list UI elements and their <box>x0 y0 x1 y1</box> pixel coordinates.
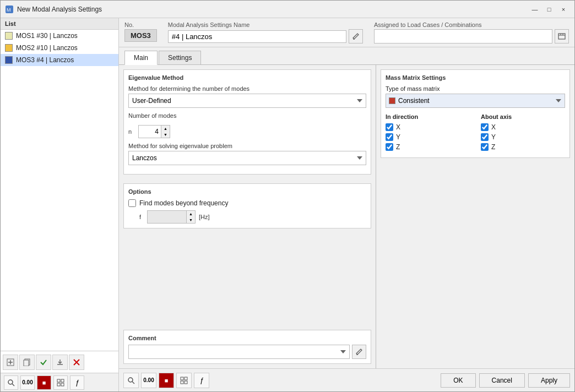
apply-button[interactable]: Apply <box>528 373 570 388</box>
grid-tool-button[interactable] <box>53 375 68 390</box>
assigned-edit-button[interactable] <box>555 29 569 43</box>
formula-tool-button[interactable]: ƒ <box>70 375 84 390</box>
find-modes-checkbox[interactable] <box>128 199 136 207</box>
mos3-label: MOS3 #4 | Lanczos <box>16 56 74 64</box>
close-button[interactable]: × <box>557 3 570 15</box>
n-group: n ▲ ▼ <box>128 125 366 138</box>
mass-type-label: Type of mass matrix <box>386 85 565 92</box>
assigned-section: Assigned to Load Cases / Combinations <box>374 21 569 43</box>
mass-type-select[interactable]: Consistent Diagonal <box>386 94 565 108</box>
ok-button[interactable]: OK <box>441 373 475 388</box>
right-panel: Mass Matrix Settings Type of mass matrix… <box>376 65 574 368</box>
check-item-button[interactable] <box>36 355 51 370</box>
f-input[interactable] <box>148 212 186 222</box>
about-axis-title: About axis <box>481 113 565 120</box>
copy-item-button[interactable] <box>19 355 35 370</box>
axis-x-checkbox[interactable] <box>481 123 489 131</box>
bottom-decimal-button[interactable]: 0.00 <box>141 373 156 388</box>
app-icon: M <box>5 5 14 14</box>
in-direction-title: In direction <box>386 113 470 120</box>
svg-rect-14 <box>61 383 64 386</box>
dir-z-checkbox[interactable] <box>386 143 393 151</box>
n-down-button[interactable]: ▼ <box>161 132 170 138</box>
comment-section: Comment <box>123 330 371 364</box>
window-title: New Modal Analysis Settings <box>17 6 528 13</box>
bottom-right-buttons: OK Cancel Apply <box>441 373 570 388</box>
minimize-button[interactable]: — <box>528 3 541 15</box>
method-select[interactable]: User-Defined By Frequency By Load Cases <box>128 94 366 108</box>
eigenvalue-title: Eigenvalue Method <box>128 74 366 81</box>
dir-x-label: X <box>396 123 400 131</box>
main-panel: No. MOS3 Modal Analysis Settings Name As… <box>119 18 574 391</box>
f-label: f <box>139 214 144 220</box>
tabs: Main Settings <box>119 47 574 65</box>
cancel-button[interactable]: Cancel <box>479 373 525 388</box>
axis-z-checkbox[interactable] <box>481 143 489 151</box>
export-button[interactable] <box>52 355 68 370</box>
svg-rect-25 <box>181 381 183 384</box>
bottom-bar: 0.00 ■ ƒ OK Cancel Apply <box>119 368 574 391</box>
svg-rect-26 <box>185 381 187 384</box>
search-icon <box>7 379 15 386</box>
sidebar-item-mos3[interactable]: MOS3 #4 | Lanczos <box>1 54 118 66</box>
bottom-grid-button[interactable] <box>176 373 192 388</box>
bottom-search-icon <box>127 377 135 384</box>
title-bar: M New Modal Analysis Settings — □ × <box>1 1 574 18</box>
num-modes-label: Number of modes <box>128 112 194 119</box>
n-up-button[interactable]: ▲ <box>161 126 170 132</box>
sidebar-item-mos2[interactable]: MOS2 #10 | Lanczos <box>1 42 118 54</box>
axis-y-checkbox[interactable] <box>481 133 489 141</box>
svg-rect-23 <box>181 377 183 380</box>
name-row <box>168 29 363 43</box>
svg-text:M: M <box>7 7 11 13</box>
search-tool-button[interactable] <box>4 375 18 390</box>
assigned-label: Assigned to Load Cases / Combinations <box>374 21 569 28</box>
in-direction-col: In direction X Y <box>386 113 470 153</box>
copy-icon <box>23 358 31 366</box>
solve-select[interactable]: Lanczos ICG Lanczos Subspace <box>128 151 366 165</box>
grid-icon <box>57 379 64 386</box>
comment-edit-button[interactable] <box>352 345 366 359</box>
svg-rect-12 <box>61 379 64 382</box>
decimal-tool-button[interactable]: 0.00 <box>20 375 35 390</box>
mass-select-wrap: Consistent Diagonal <box>386 94 565 108</box>
svg-rect-16 <box>558 34 565 39</box>
bottom-toolbar: 0.00 ■ ƒ <box>1 373 118 391</box>
f-up-button[interactable]: ▲ <box>186 211 195 217</box>
name-input[interactable] <box>168 30 346 43</box>
left-spacer <box>119 233 376 325</box>
color-tool-button[interactable]: ■ <box>37 375 51 390</box>
delete-icon <box>73 358 80 366</box>
bottom-search-button[interactable] <box>123 373 139 388</box>
add-item-button[interactable] <box>3 355 18 370</box>
f-spinners: ▲ ▼ <box>186 211 195 223</box>
dir-x-checkbox[interactable] <box>386 123 393 131</box>
dir-y-checkbox[interactable] <box>386 133 393 141</box>
f-unit: [Hz] <box>199 214 210 220</box>
mos1-label: MOS1 #30 | Lanczos <box>16 32 78 40</box>
sidebar-item-mos1[interactable]: MOS1 #30 | Lanczos <box>1 30 118 42</box>
method-label: Method for determining the number of mod… <box>128 85 366 92</box>
f-down-button[interactable]: ▼ <box>186 217 195 223</box>
name-edit-button[interactable] <box>349 29 363 43</box>
axis-z-label: Z <box>491 143 495 151</box>
sidebar: List MOS1 #30 | Lanczos MOS2 #10 | Lancz… <box>1 18 119 391</box>
svg-line-10 <box>12 384 14 386</box>
assigned-input[interactable] <box>374 29 552 43</box>
comment-select[interactable] <box>128 345 350 359</box>
num-modes-group: Number of modes <box>128 112 366 121</box>
dir-z-label: Z <box>396 143 400 151</box>
n-input[interactable] <box>139 127 161 137</box>
find-modes-row: Find modes beyond frequency <box>128 199 366 207</box>
tab-main[interactable]: Main <box>124 51 158 65</box>
bottom-left-tools: 0.00 ■ ƒ <box>123 373 209 388</box>
svg-rect-11 <box>57 379 60 382</box>
tab-settings[interactable]: Settings <box>159 51 201 64</box>
f-input-wrap: ▲ ▼ <box>147 210 196 224</box>
maximize-button[interactable]: □ <box>543 3 556 15</box>
bottom-color-button[interactable]: ■ <box>159 373 174 388</box>
bottom-formula-button[interactable]: ƒ <box>194 373 209 388</box>
dir-x-row: X <box>386 123 470 131</box>
solve-label: Method for solving eigenvalue problem <box>128 143 366 149</box>
delete-item-button[interactable] <box>69 355 84 370</box>
